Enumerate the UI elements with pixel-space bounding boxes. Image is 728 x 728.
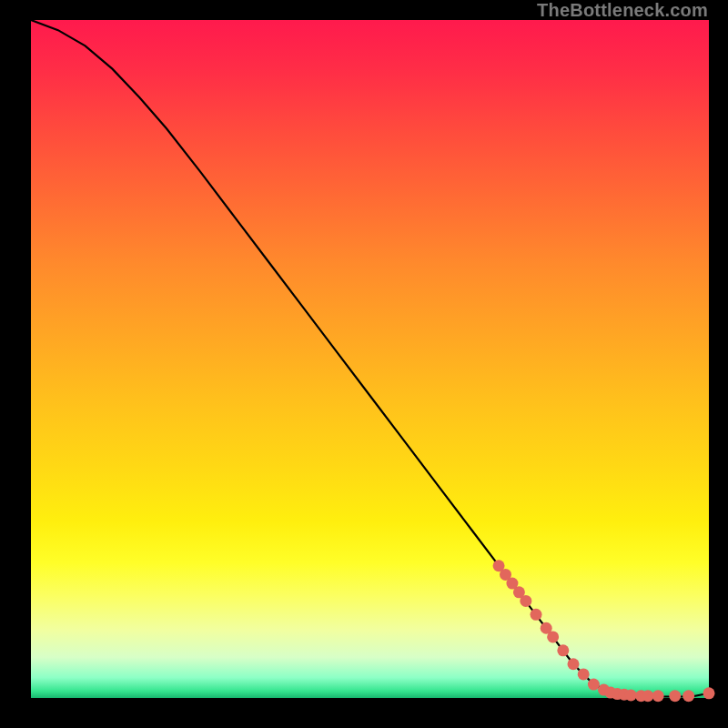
data-point <box>703 687 715 699</box>
data-point <box>578 668 590 680</box>
data-point <box>531 609 542 621</box>
plot-area <box>31 20 709 698</box>
chart-svg <box>31 20 709 698</box>
data-point <box>682 690 694 702</box>
data-point <box>652 690 664 702</box>
data-point <box>557 644 569 656</box>
data-point <box>520 595 531 607</box>
data-point <box>625 690 637 702</box>
data-point <box>588 679 600 691</box>
data-point <box>642 690 653 702</box>
data-point <box>547 631 559 642</box>
curve-line <box>31 20 709 697</box>
watermark-text: TheBottleneck.com <box>537 0 708 21</box>
marker-group <box>493 560 715 702</box>
data-point <box>669 690 681 702</box>
chart-frame: TheBottleneck.com <box>0 0 728 728</box>
data-point <box>568 658 580 670</box>
